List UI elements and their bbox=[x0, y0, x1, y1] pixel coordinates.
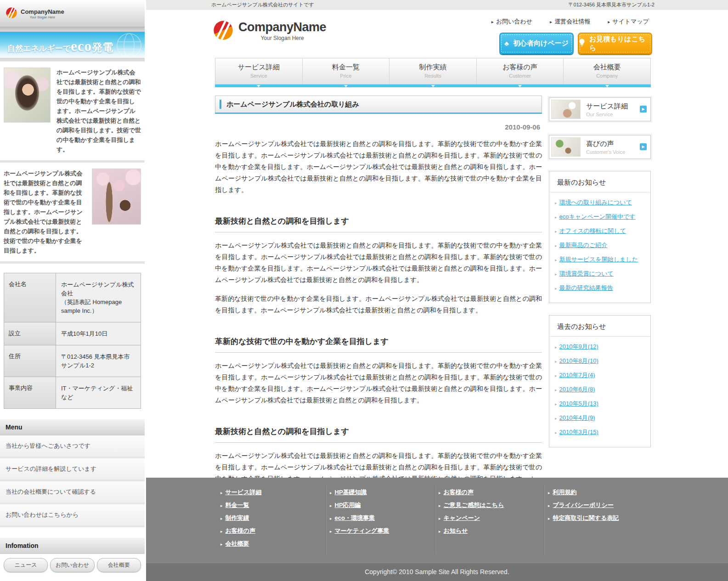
footer-link[interactable]: ▸会社概要 bbox=[220, 540, 324, 548]
section-paragraph: ホームページサンプル株式会社では最新技術と自然との調和を目指します。革新的な技術… bbox=[215, 360, 542, 406]
site-description: ホームページサンプル株式会社のサイトです bbox=[211, 0, 314, 9]
archive-news-box: 過去のお知らせ ▸2010年9月(12) ▸2010年8月(10) ▸2010年… bbox=[549, 315, 651, 447]
footer-link[interactable]: ▸サービス詳細 bbox=[220, 488, 324, 496]
archive-link[interactable]: 2010年4月(9) bbox=[559, 414, 595, 421]
archive-link[interactable]: 2010年3月(15) bbox=[559, 429, 598, 435]
clover-icon: ♣ bbox=[504, 39, 509, 47]
estimate-button[interactable]: お見積もりはこちら bbox=[578, 33, 652, 54]
triangle-bullet-icon: ▸ bbox=[555, 373, 557, 378]
news-link[interactable]: ecoキャンペーン開催中です bbox=[559, 213, 636, 220]
footer-copyright: Copyright© 2010 Sample Site All Rights R… bbox=[146, 563, 728, 581]
portrait-photo bbox=[4, 68, 51, 123]
triangle-bullet-icon: ▸ bbox=[555, 345, 557, 350]
footer-link[interactable]: ▸お知らせ bbox=[439, 527, 542, 535]
news-link[interactable]: 環境賞受賞について bbox=[559, 270, 614, 277]
news-link[interactable]: 最新の研究結果報告 bbox=[559, 284, 613, 291]
nav-tab-customer[interactable]: お客様の声Customer bbox=[477, 58, 564, 84]
eco-banner[interactable]: 自然エネルギーでeco発電 bbox=[0, 32, 145, 58]
footer-link[interactable]: ▸利用規約 bbox=[548, 488, 651, 496]
content-wrap: ホームページサンプル株式会社の取り組み 2010-09-06 ホームページサンプ… bbox=[215, 87, 651, 478]
article-title: ホームページサンプル株式会社の取り組み bbox=[215, 96, 542, 114]
footer-link[interactable]: ▸お客様の声 bbox=[439, 488, 542, 496]
footer-link[interactable]: ▸eco・環境事業 bbox=[330, 514, 433, 522]
sitemap-link[interactable]: ▸サイトマップ bbox=[608, 17, 649, 26]
footer-link[interactable]: ▸HP応用編 bbox=[330, 501, 433, 509]
sidebar-menu-item-greeting[interactable]: 当社から皆様へごあいさつです bbox=[0, 435, 145, 458]
triangle-bullet-icon: ▸ bbox=[555, 272, 557, 276]
archive-link[interactable]: 2010年7月(4) bbox=[559, 372, 595, 378]
triangle-bullet-icon: ▸ bbox=[220, 542, 223, 547]
right-sidebar: サービス詳細 Our Service ▶ 喜びの声 Customer's Voi… bbox=[549, 87, 651, 447]
list-item: ▸2010年5月(13) bbox=[555, 400, 645, 408]
footer-column-pages: ▸サービス詳細 ▸料金一覧 ▸制作実績 ▸お客様の声 ▸会社概要 bbox=[220, 488, 324, 553]
footer-link[interactable]: ▸マーケティング事業 bbox=[330, 527, 433, 535]
footer-link[interactable]: ▸プライバシーポリシー bbox=[548, 501, 651, 509]
list-item: ▸2010年6月(8) bbox=[555, 385, 645, 394]
contact-link[interactable]: ▸お問い合わせ bbox=[491, 17, 532, 26]
footer-link[interactable]: ▸ご意見ご感想はこちら bbox=[439, 501, 542, 509]
list-item: ▸2010年8月(10) bbox=[555, 357, 645, 365]
sidebar-menu-item-contact[interactable]: お問い合わせはこちらから bbox=[0, 504, 145, 527]
nav-tab-results[interactable]: 制作実績Results bbox=[389, 58, 477, 84]
news-link[interactable]: 新規サービスを開始しました bbox=[559, 256, 638, 263]
list-item: ▸2010年9月(12) bbox=[555, 343, 645, 351]
triangle-bullet-icon: ▸ bbox=[555, 229, 557, 234]
sidebar-divider-strip bbox=[0, 27, 145, 32]
triangle-bullet-icon: ▸ bbox=[555, 286, 557, 291]
footer-link[interactable]: ▸HP基礎知識 bbox=[330, 488, 433, 496]
triangle-bullet-icon: ▸ bbox=[330, 503, 332, 508]
triangle-bullet-icon: ▸ bbox=[555, 215, 557, 220]
sidebar-logo-slogan: Your Slogan Here bbox=[21, 16, 64, 19]
triangle-bullet-icon: ▸ bbox=[548, 503, 550, 508]
row-value: 〒012-3456 見本県見本市サンプル1-2 bbox=[56, 345, 141, 377]
nav-tab-company[interactable]: 会社概要Company bbox=[564, 58, 650, 84]
section-paragraph: ホームページサンプル株式会社では最新技術と自然との調和を目指します。革新的な技術… bbox=[215, 240, 542, 286]
footer-link[interactable]: ▸料金一覧 bbox=[220, 501, 324, 509]
sidebar-intro-block-1: ホームページサンプル株式会社では最新技術と自然との調和を目指します。革新的な技術… bbox=[0, 62, 145, 163]
service-detail-banner[interactable]: サービス詳細 Our Service ▶ bbox=[549, 97, 651, 121]
triangle-bullet-icon: ▸ bbox=[439, 491, 441, 495]
beginner-page-button[interactable]: ♣ 初心者向けページ bbox=[499, 33, 574, 54]
header: CompanyName Your Slogan Here ▸お問い合わせ ▸運営… bbox=[146, 10, 728, 58]
news-link[interactable]: 環境への取り組みについて bbox=[559, 199, 632, 206]
table-row: 住所 〒012-3456 見本県見本市サンプル1-2 bbox=[4, 345, 141, 377]
footer-link[interactable]: ▸特定商取引に関する表記 bbox=[548, 514, 651, 522]
header-logo-slogan: Your Slogan Here bbox=[238, 35, 326, 41]
header-utility-links: ▸お問い合わせ ▸運営会社情報 ▸サイトマップ bbox=[491, 17, 649, 26]
news-link[interactable]: 最新商品のご紹介 bbox=[559, 242, 608, 248]
footer-link[interactable]: ▸制作実績 bbox=[220, 514, 324, 522]
archive-link[interactable]: 2010年8月(10) bbox=[559, 357, 598, 364]
archive-link[interactable]: 2010年5月(13) bbox=[559, 400, 598, 407]
footer-link[interactable]: ▸キャンペーン bbox=[439, 514, 542, 522]
article-date: 2010-09-06 bbox=[215, 123, 542, 131]
operating-company-link[interactable]: ▸運営会社情報 bbox=[550, 17, 590, 26]
header-logo[interactable]: CompanyName Your Slogan Here bbox=[213, 20, 326, 43]
section-heading: 最新技術と自然との調和を目指します bbox=[215, 216, 542, 232]
archive-link[interactable]: 2010年9月(12) bbox=[559, 343, 598, 350]
archive-list: ▸2010年9月(12) ▸2010年8月(10) ▸2010年7月(4) ▸2… bbox=[549, 343, 650, 436]
article-intro-paragraph: ホームページサンプル株式会社では最新技術と自然との調和を目指します。革新的な技術… bbox=[215, 138, 542, 196]
sidebar-menu-item-service[interactable]: サービスの詳細を解説しています bbox=[0, 458, 145, 481]
sidebar-logo[interactable]: CompanyName Your Slogan Here bbox=[6, 7, 64, 21]
triangle-bullet-icon: ▸ bbox=[220, 529, 223, 534]
row-value: ホームページサンプル株式会社 （英語表記 Homepage sample Inc… bbox=[56, 273, 141, 322]
contact-button[interactable]: お問い合わせ bbox=[50, 558, 94, 572]
news-button[interactable]: ニュース bbox=[4, 558, 48, 572]
triangle-bullet-icon: ▸ bbox=[330, 491, 332, 495]
company-button[interactable]: 会社概要 bbox=[97, 558, 141, 572]
customer-voice-banner[interactable]: 喜びの声 Customer's Voice ▶ bbox=[549, 135, 651, 159]
list-item: ▸2010年3月(15) bbox=[555, 428, 645, 436]
triangle-bullet-icon: ▸ bbox=[439, 503, 441, 508]
top-bar: ホームページサンプル株式会社のサイトです 〒012-3456 見本県見本市サンプ… bbox=[146, 0, 728, 10]
footer-link[interactable]: ▸お客様の声 bbox=[220, 527, 324, 535]
row-label: 事業内容 bbox=[4, 377, 56, 408]
banner-title: 喜びの声 bbox=[586, 140, 625, 148]
nav-tab-service[interactable]: サービス詳細Service bbox=[215, 58, 303, 84]
archive-link[interactable]: 2010年6月(8) bbox=[559, 386, 595, 393]
sidebar-menu-item-company[interactable]: 当社の会社概要について確認する bbox=[0, 481, 145, 504]
information-buttons: ニュース お問い合わせ 会社概要 bbox=[0, 554, 145, 577]
news-link[interactable]: オフィスの移転に関して bbox=[559, 227, 626, 234]
left-sidebar-panel: CompanyName Your Slogan Here 自然エネルギーでeco… bbox=[0, 0, 145, 459]
nav-tab-price[interactable]: 料金一覧Price bbox=[303, 58, 390, 84]
section-paragraph: 革新的な技術で世の中を動かす企業を目指します。ホームページサンプル株式会社では最… bbox=[215, 293, 542, 316]
